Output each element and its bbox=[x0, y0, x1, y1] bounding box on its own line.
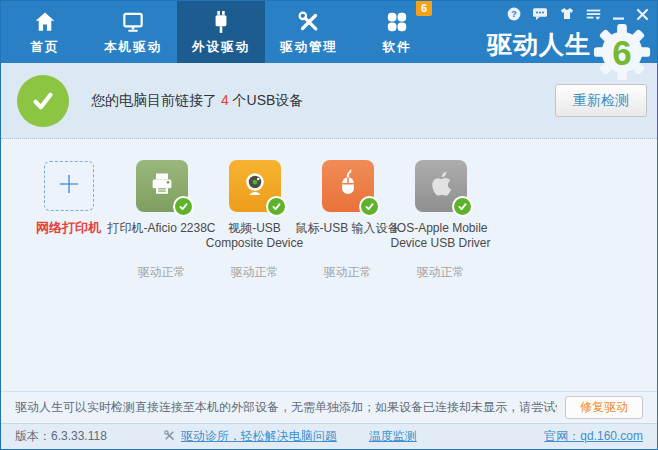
device-status: 驱动正常 bbox=[138, 264, 186, 281]
apps-icon bbox=[384, 8, 410, 36]
tab-label: 外设驱动 bbox=[192, 39, 250, 56]
driver-clinic-link[interactable]: 驱动诊所，轻松解决电脑问题 bbox=[181, 428, 337, 445]
device-tile-webcam[interactable] bbox=[229, 160, 281, 212]
check-badge-icon bbox=[173, 196, 194, 217]
apple-icon bbox=[426, 169, 456, 203]
close-icon[interactable] bbox=[636, 8, 649, 21]
device-add-column: 网络打印机 bbox=[22, 160, 115, 281]
repair-driver-button[interactable]: 修复驱动 bbox=[565, 396, 643, 419]
device-status: 驱动正常 bbox=[417, 264, 465, 281]
logo-badge: 6 bbox=[612, 33, 631, 72]
tab-local-drivers[interactable]: 本机驱动 bbox=[89, 1, 177, 63]
webcam-icon bbox=[240, 169, 270, 203]
printer-icon bbox=[147, 169, 177, 203]
info-bar: 驱动人生可以实时检测直接连接至本机的外部设备，无需单独添加；如果设备已连接却未显… bbox=[1, 391, 657, 423]
feedback-icon[interactable] bbox=[532, 7, 548, 21]
usb-plug-icon bbox=[208, 8, 234, 36]
tab-label: 首页 bbox=[31, 39, 60, 56]
skin-icon[interactable] bbox=[559, 7, 575, 21]
clinic-tools-icon bbox=[163, 429, 176, 445]
device-column: 视频-USB Composite Device 驱动正常 bbox=[208, 160, 301, 281]
device-status: 驱动正常 bbox=[231, 264, 279, 281]
tab-label: 软件 bbox=[383, 39, 412, 56]
device-status: 驱动正常 bbox=[324, 264, 372, 281]
svg-text:?: ? bbox=[511, 9, 517, 19]
rescan-button[interactable]: 重新检测 bbox=[555, 84, 647, 117]
app-window: 首页 本机驱动 外设驱动 驱动管理 6 软件 bbox=[0, 0, 658, 450]
device-column: IOS-Apple Mobile Device USB Driver 驱动正常 bbox=[394, 160, 487, 281]
info-text: 驱动人生可以实时检测直接连接至本机的外部设备，无需单独添加；如果设备已连接却未显… bbox=[15, 399, 557, 416]
usb-device-count: 4 bbox=[221, 92, 229, 108]
software-count-badge: 6 bbox=[416, 1, 432, 16]
tools-icon bbox=[296, 8, 322, 36]
check-badge-icon bbox=[452, 196, 473, 217]
status-header: 您的电脑目前链接了 4 个USB设备 重新检测 bbox=[1, 63, 657, 139]
device-tile-apple[interactable] bbox=[415, 160, 467, 212]
driver-clinic-link-wrap: 驱动诊所，轻松解决电脑问题 bbox=[163, 428, 337, 445]
plus-icon bbox=[56, 171, 82, 201]
tab-software[interactable]: 6 软件 bbox=[353, 1, 441, 63]
home-icon bbox=[32, 8, 58, 36]
tab-peripheral-drivers[interactable]: 外设驱动 bbox=[177, 1, 265, 63]
version-label: 版本：6.3.33.118 bbox=[15, 428, 107, 445]
tab-home[interactable]: 首页 bbox=[1, 1, 89, 63]
tab-label: 驱动管理 bbox=[280, 39, 338, 56]
monitor-icon bbox=[120, 8, 146, 36]
app-logo-text: 驱动人生 bbox=[487, 28, 591, 61]
tab-label: 本机驱动 bbox=[104, 39, 162, 56]
device-tile-printer[interactable] bbox=[136, 160, 188, 212]
success-check-icon bbox=[17, 75, 69, 127]
device-name: IOS-Apple Mobile Device USB Driver bbox=[385, 221, 497, 253]
mouse-icon bbox=[333, 169, 363, 203]
add-network-printer-button[interactable] bbox=[44, 161, 94, 211]
temperature-monitor-link[interactable]: 温度监测 bbox=[369, 428, 417, 445]
device-tile-mouse[interactable] bbox=[322, 160, 374, 212]
help-icon[interactable]: ? bbox=[507, 7, 521, 21]
device-grid: 网络打印机 打印机-Aficio 2238C 驱动正常 bbox=[1, 160, 657, 281]
device-column: 打印机-Aficio 2238C 驱动正常 bbox=[115, 160, 208, 281]
logo-gear-icon: 6 bbox=[591, 21, 653, 83]
window-controls: ? bbox=[507, 7, 649, 21]
official-site-link[interactable]: 官网：qd.160.com bbox=[544, 428, 643, 445]
footer-bar: 版本：6.3.33.118 驱动诊所，轻松解决电脑问题 温度监测 官网：qd.1… bbox=[1, 423, 657, 449]
minimize-icon[interactable] bbox=[612, 8, 625, 21]
menu-icon[interactable] bbox=[586, 8, 601, 21]
status-message-prefix: 您的电脑目前链接了 bbox=[91, 92, 221, 108]
check-badge-icon bbox=[359, 196, 380, 217]
device-column: 鼠标-USB 输入设备 驱动正常 bbox=[301, 160, 394, 281]
check-badge-icon bbox=[266, 196, 287, 217]
navbar: 首页 本机驱动 外设驱动 驱动管理 6 软件 bbox=[1, 1, 657, 63]
device-panel: 网络打印机 打印机-Aficio 2238C 驱动正常 bbox=[1, 139, 657, 391]
status-message: 您的电脑目前链接了 4 个USB设备 bbox=[91, 92, 303, 110]
status-message-suffix: 个USB设备 bbox=[229, 92, 304, 108]
tab-driver-management[interactable]: 驱动管理 bbox=[265, 1, 353, 63]
